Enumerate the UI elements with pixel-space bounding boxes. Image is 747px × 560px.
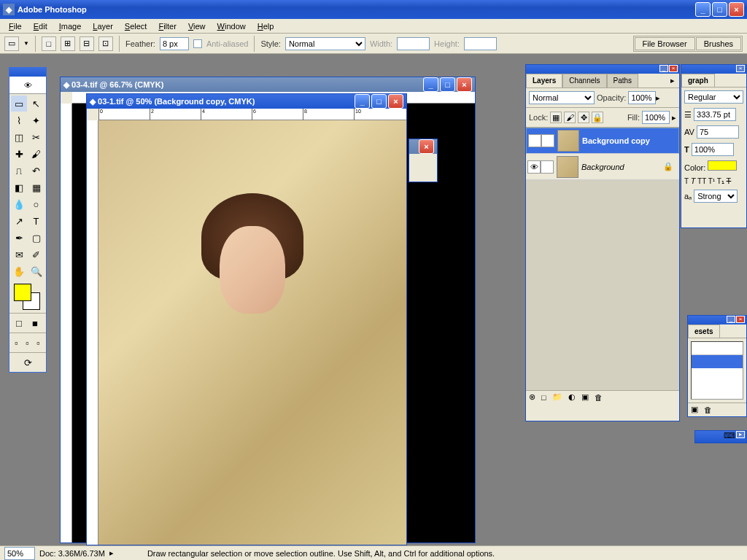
brush-tool[interactable]: 🖌 [28, 146, 44, 162]
lock-move-icon[interactable]: ✥ [578, 112, 589, 123]
menu-select[interactable]: Select [119, 20, 153, 32]
doc-size-label[interactable]: Doc: 3.36M/6.73M [39, 549, 105, 558]
slice-tool[interactable]: ✂ [28, 129, 44, 145]
fx-icon[interactable]: ⊗ [529, 392, 535, 402]
tab-paths[interactable]: Paths [607, 74, 639, 88]
menu-image[interactable]: Image [53, 20, 88, 32]
sel-new-icon[interactable]: □ [42, 36, 56, 51]
toolbox-header[interactable] [9, 68, 46, 77]
menu-file[interactable]: File [3, 20, 28, 32]
layer-row[interactable]: 👁 🖌 Background copy [526, 128, 679, 154]
tracking-input[interactable] [697, 125, 739, 139]
scale-input[interactable] [692, 143, 734, 156]
adjust-icon[interactable]: ◐ [568, 392, 576, 402]
dropdown-icon[interactable]: ▼ [23, 40, 29, 47]
panel-close-icon[interactable]: × [736, 65, 745, 72]
crop-tool[interactable]: ◫ [11, 129, 27, 145]
document-window-front[interactable]: ◆ 03-1.tif @ 50% (Background copy, CMYK)… [86, 93, 407, 545]
layer-row[interactable]: 👁 Background 🔒 [526, 154, 679, 180]
lock-trans-icon[interactable]: ▦ [550, 112, 562, 123]
menu-edit[interactable]: Edit [28, 20, 53, 32]
trash-icon[interactable]: 🗑 [704, 405, 712, 414]
pen-tool[interactable]: ✒ [11, 230, 27, 246]
minimize-button[interactable]: _ [695, 2, 711, 17]
layer-thumb[interactable] [557, 130, 579, 152]
doc-max-front[interactable]: □ [371, 94, 387, 109]
aa-select[interactable]: Strong [694, 190, 738, 203]
menu-layer[interactable]: Layer [87, 20, 119, 32]
mask-icon[interactable]: □ [541, 393, 546, 402]
standard-mode-button[interactable]: □ [11, 315, 27, 331]
history-brush-tool[interactable]: ↶ [28, 163, 44, 179]
screen-mode-3[interactable]: ▫ [33, 335, 44, 351]
move-tool[interactable]: ↖ [28, 96, 44, 112]
folder-icon[interactable]: 📁 [552, 392, 562, 402]
opacity-arrow-icon[interactable]: ▸ [656, 93, 660, 102]
document-window-mid[interactable]: × [409, 139, 438, 182]
presets-list[interactable] [691, 341, 743, 400]
zoom-input[interactable] [4, 547, 35, 560]
gradient-tool[interactable]: ▦ [28, 179, 44, 195]
zoom-tool[interactable]: 🔍 [28, 263, 44, 279]
eyedropper-tool[interactable]: ✐ [28, 246, 44, 262]
screen-mode-2[interactable]: ▫ [22, 335, 33, 351]
blur-tool[interactable]: 💧 [11, 196, 27, 212]
tab-paragraph[interactable]: graph [681, 74, 715, 87]
tab-layers[interactable]: Layers [526, 74, 562, 88]
screen-mode-1[interactable]: ▫ [11, 335, 22, 351]
doc-close-mid[interactable]: × [419, 139, 434, 154]
doc-close[interactable]: × [457, 77, 472, 92]
new-layer-icon[interactable]: ▣ [581, 392, 589, 402]
sel-add-icon[interactable]: ⊞ [61, 36, 75, 51]
layer-thumb[interactable] [557, 156, 578, 178]
text-color-swatch[interactable] [708, 160, 737, 171]
wand-tool[interactable]: ✦ [28, 112, 44, 128]
menu-help[interactable]: Help [252, 20, 280, 32]
doc-title-back[interactable]: ◆ 03-4.tif @ 66.7% (CMYK) _□× [61, 77, 475, 92]
fill-input[interactable] [642, 111, 670, 124]
doc-min-front[interactable]: _ [355, 94, 370, 109]
canvas-front[interactable] [98, 120, 406, 545]
maximize-button[interactable]: □ [712, 2, 727, 17]
panel-close-icon[interactable]: × [736, 316, 745, 323]
notes-tool[interactable]: ✉ [11, 246, 27, 262]
type-tool[interactable]: T [28, 213, 44, 229]
marquee-tool[interactable]: ▭ [11, 96, 27, 112]
fill-arrow-icon[interactable]: ▸ [672, 113, 676, 122]
blend-mode-select[interactable]: Normal [529, 91, 595, 104]
heal-tool[interactable]: ✚ [11, 146, 27, 162]
lock-paint-icon[interactable]: 🖌 [564, 112, 576, 123]
panel-menu-icon[interactable]: ▸ [736, 431, 745, 438]
dodge-tool[interactable]: ○ [28, 196, 44, 212]
menu-view[interactable]: View [182, 20, 212, 32]
panel-close-icon[interactable]: × [669, 65, 678, 72]
visibility-icon[interactable]: 👁 [528, 134, 541, 147]
doc-close-front[interactable]: × [388, 94, 403, 109]
panel-menu-icon[interactable]: ▸ [666, 74, 679, 88]
panel-min-icon[interactable]: _ [659, 65, 668, 72]
panel-header[interactable]: _ × [526, 65, 679, 74]
menu-filter[interactable]: Filter [152, 20, 182, 32]
tab-channels[interactable]: Channels [562, 74, 606, 88]
doc-title-front[interactable]: ◆ 03-1.tif @ 50% (Background copy, CMYK)… [87, 94, 406, 109]
style-select[interactable]: Normal [285, 37, 365, 50]
path-select-tool[interactable]: ↗ [11, 213, 27, 229]
visibility-icon[interactable]: 👁 [527, 160, 541, 174]
sel-intersect-icon[interactable]: ⊡ [98, 36, 113, 51]
keyboard-icon[interactable]: ⌨ [724, 431, 735, 443]
close-button[interactable]: × [729, 2, 744, 17]
tab-file-browser[interactable]: File Browser [635, 37, 695, 50]
layer-name[interactable]: Background copy [582, 136, 650, 145]
link-icon[interactable]: 🖌 [541, 134, 554, 147]
lock-all-icon[interactable]: 🔒 [592, 112, 603, 123]
opacity-input[interactable] [628, 91, 656, 104]
panel-min-icon[interactable]: _ [727, 316, 735, 323]
tab-presets[interactable]: esets [688, 324, 720, 338]
tab-brushes[interactable]: Brushes [696, 37, 741, 50]
feather-input[interactable] [160, 37, 189, 50]
doc-max[interactable]: □ [440, 77, 455, 92]
quick-mask-button[interactable]: ■ [27, 315, 43, 331]
link-icon[interactable] [541, 160, 554, 174]
font-style-select[interactable]: Regular [684, 90, 743, 104]
hand-tool[interactable]: ✋ [11, 263, 27, 279]
